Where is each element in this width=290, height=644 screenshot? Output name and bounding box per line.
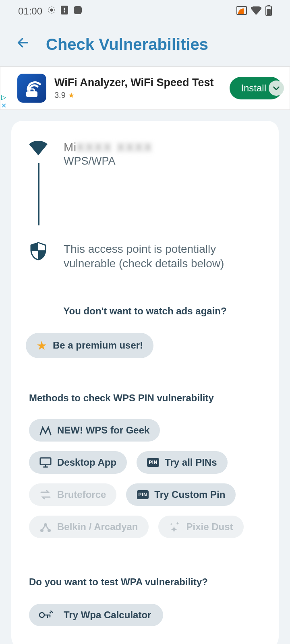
ad-title: WiFi Analyzer, WiFi Speed Test xyxy=(54,76,230,89)
svg-rect-2 xyxy=(64,8,65,10)
methods-heading: Methods to check WPS PIN vulnerability xyxy=(29,392,261,404)
ad-info: WiFi Analyzer, WiFi Speed Test 3.9 ★ xyxy=(54,76,230,100)
vulnerability-status: This access point is potentially vulnera… xyxy=(64,242,261,271)
network-name: MiXXXX XXXX xyxy=(64,141,261,154)
status-right xyxy=(236,5,272,17)
method-wps-geek[interactable]: NEW! WPS for Geek xyxy=(29,419,160,442)
star-icon: ★ xyxy=(36,339,47,353)
status-bar: 01:00 xyxy=(0,0,290,22)
app-indicator-icon xyxy=(73,5,83,17)
bruteforce-icon xyxy=(39,489,52,500)
key-icon xyxy=(39,609,53,621)
wifi-status-icon xyxy=(251,6,261,16)
star-icon: ★ xyxy=(68,91,75,100)
ads-section: You don't want to watch ads again? ★ Be … xyxy=(29,305,261,358)
wifi-icon xyxy=(29,141,48,155)
main-card: MiXXXX XXXX WPS/WPA This access point is… xyxy=(11,121,279,644)
pin-icon: PIN xyxy=(147,458,159,467)
method-label: NEW! WPS for Geek xyxy=(57,425,149,436)
method-belkin[interactable]: Belkin / Arcadyan xyxy=(29,516,149,538)
wpa-heading: Do you want to test WPA vulnerability? xyxy=(29,576,261,588)
method-bruteforce[interactable]: Bruteforce xyxy=(29,483,116,506)
svg-rect-10 xyxy=(26,91,37,97)
method-desktop[interactable]: Desktop App xyxy=(29,451,127,474)
method-pixie-dust[interactable]: Pixie Dust xyxy=(158,516,244,538)
svg-rect-4 xyxy=(74,6,82,14)
method-label: Belkin / Arcadyan xyxy=(57,521,138,533)
status-left: 01:00 xyxy=(18,5,83,17)
install-label: Install xyxy=(241,83,266,93)
chevron-down-icon[interactable] xyxy=(269,80,284,96)
svg-rect-8 xyxy=(267,9,271,15)
router-icon xyxy=(39,522,52,532)
connector-line xyxy=(38,163,39,225)
warning-icon xyxy=(61,6,68,17)
method-label: Bruteforce xyxy=(57,489,106,500)
ad-app-icon xyxy=(17,74,46,103)
method-label: Desktop App xyxy=(57,457,116,468)
svg-point-20 xyxy=(39,613,44,617)
battery-icon xyxy=(265,5,272,17)
app-header: Check Vulnerabilities xyxy=(0,22,290,66)
wpa-label: Try Wpa Calculator xyxy=(64,609,151,621)
method-try-all-pins[interactable]: PIN Try all PINs xyxy=(137,451,227,474)
ad-rating: 3.9 ★ xyxy=(54,91,230,100)
clock: 01:00 xyxy=(18,6,42,17)
svg-line-18 xyxy=(42,525,46,530)
premium-button[interactable]: ★ Be a premium user! xyxy=(26,333,153,358)
premium-label: Be a premium user! xyxy=(53,340,143,351)
location-icon xyxy=(47,6,56,17)
sparkle-icon xyxy=(169,521,181,533)
method-custom-pin[interactable]: PIN Try Custom Pin xyxy=(126,483,236,506)
svg-rect-3 xyxy=(64,11,65,12)
svg-line-19 xyxy=(46,525,49,530)
status-row: This access point is potentially vulnera… xyxy=(29,242,261,271)
wpa-section: Do you want to test WPA vulnerability? T… xyxy=(29,576,261,626)
method-label: Pixie Dust xyxy=(186,521,233,533)
ads-prompt: You don't want to watch ads again? xyxy=(29,305,261,317)
network-info: MiXXXX XXXX WPS/WPA xyxy=(64,141,261,167)
methods-list: NEW! WPS for Geek Desktop App PIN Try al… xyxy=(29,419,261,538)
install-button[interactable]: Install xyxy=(230,77,282,99)
svg-point-0 xyxy=(50,8,53,11)
ad-badges: ▷ ✕ xyxy=(1,93,6,109)
geek-icon xyxy=(39,425,52,436)
ad-info-icon[interactable]: ▷ xyxy=(1,93,6,101)
ad-rating-value: 3.9 xyxy=(54,91,66,100)
shield-icon xyxy=(29,242,48,260)
network-row: MiXXXX XXXX WPS/WPA xyxy=(29,141,261,167)
method-label: Try all PINs xyxy=(165,457,217,468)
page-title: Check Vulnerabilities xyxy=(46,35,208,54)
cast-icon xyxy=(236,6,247,17)
ad-banner[interactable]: ▷ ✕ WiFi Analyzer, WiFi Speed Test 3.9 ★… xyxy=(0,66,290,110)
back-button[interactable] xyxy=(16,36,30,53)
pin-icon: PIN xyxy=(137,490,149,499)
svg-rect-12 xyxy=(40,458,51,465)
network-security: WPS/WPA xyxy=(64,155,261,167)
method-label: Try Custom Pin xyxy=(154,489,225,500)
wpa-calculator-button[interactable]: Try Wpa Calculator xyxy=(29,604,163,626)
ad-close-icon[interactable]: ✕ xyxy=(1,102,6,109)
desktop-icon xyxy=(39,457,52,468)
